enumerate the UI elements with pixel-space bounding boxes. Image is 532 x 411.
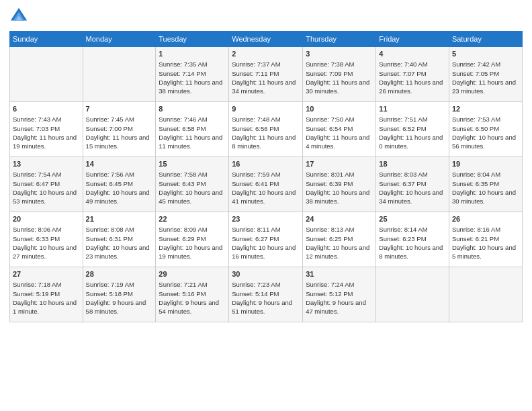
- calendar-cell: 23Sunrise: 8:11 AMSunset: 6:27 PMDayligh…: [229, 212, 303, 267]
- weekday-header: Sunday: [10, 32, 83, 47]
- calendar-cell: 8Sunrise: 7:46 AMSunset: 6:58 PMDaylight…: [156, 102, 229, 157]
- calendar-cell: 31Sunrise: 7:24 AMSunset: 5:12 PMDayligh…: [303, 267, 376, 322]
- calendar-cell: 16Sunrise: 7:59 AMSunset: 6:41 PMDayligh…: [229, 157, 303, 212]
- day-number: 1: [159, 49, 226, 59]
- weekday-header: Saturday: [449, 32, 522, 47]
- weekday-header: Monday: [83, 32, 156, 47]
- day-number: 14: [86, 159, 153, 169]
- day-number: 7: [86, 104, 153, 114]
- day-number: 26: [452, 214, 519, 224]
- weekday-header: Thursday: [303, 32, 376, 47]
- day-number: 12: [452, 104, 519, 114]
- day-number: 4: [379, 49, 446, 59]
- calendar-cell: 5Sunrise: 7:42 AMSunset: 7:05 PMDaylight…: [449, 47, 522, 102]
- calendar-table: SundayMondayTuesdayWednesdayThursdayFrid…: [9, 31, 523, 322]
- day-number: 8: [159, 104, 226, 114]
- day-number: 5: [452, 49, 519, 59]
- day-number: 21: [86, 214, 153, 224]
- calendar-cell: 28Sunrise: 7:19 AMSunset: 5:18 PMDayligh…: [83, 267, 156, 322]
- weekday-header: Tuesday: [156, 32, 229, 47]
- weekday-header: Friday: [376, 32, 449, 47]
- day-number: 29: [159, 269, 226, 279]
- calendar-cell: 4Sunrise: 7:40 AMSunset: 7:07 PMDaylight…: [376, 47, 449, 102]
- day-number: 27: [13, 269, 80, 279]
- day-number: 24: [306, 214, 373, 224]
- day-number: 6: [13, 104, 80, 114]
- calendar-week-row: 20Sunrise: 8:06 AMSunset: 6:33 PMDayligh…: [10, 212, 523, 267]
- calendar-cell: 14Sunrise: 7:56 AMSunset: 6:45 PMDayligh…: [83, 157, 156, 212]
- calendar-cell: [376, 267, 449, 322]
- calendar-cell: 24Sunrise: 8:13 AMSunset: 6:25 PMDayligh…: [303, 212, 376, 267]
- calendar-cell: [10, 47, 83, 102]
- day-number: 13: [13, 159, 80, 169]
- calendar-cell: 20Sunrise: 8:06 AMSunset: 6:33 PMDayligh…: [10, 212, 83, 267]
- calendar-cell: 17Sunrise: 8:01 AMSunset: 6:39 PMDayligh…: [303, 157, 376, 212]
- calendar-week-row: 27Sunrise: 7:18 AMSunset: 5:19 PMDayligh…: [10, 267, 523, 322]
- day-number: 30: [232, 269, 300, 279]
- calendar-cell: 6Sunrise: 7:43 AMSunset: 7:03 PMDaylight…: [10, 102, 83, 157]
- calendar-week-row: 1Sunrise: 7:35 AMSunset: 7:14 PMDaylight…: [10, 47, 523, 102]
- page: SundayMondayTuesdayWednesdayThursdayFrid…: [0, 0, 532, 411]
- day-number: 15: [159, 159, 226, 169]
- calendar-cell: 18Sunrise: 8:03 AMSunset: 6:37 PMDayligh…: [376, 157, 449, 212]
- calendar-cell: 1Sunrise: 7:35 AMSunset: 7:14 PMDaylight…: [156, 47, 229, 102]
- calendar-cell: 15Sunrise: 7:58 AMSunset: 6:43 PMDayligh…: [156, 157, 229, 212]
- day-number: 20: [13, 214, 80, 224]
- calendar-cell: [449, 267, 522, 322]
- day-number: 11: [379, 104, 446, 114]
- weekday-header: Wednesday: [229, 32, 303, 47]
- calendar-cell: 2Sunrise: 7:37 AMSunset: 7:11 PMDaylight…: [229, 47, 303, 102]
- day-number: 9: [232, 104, 300, 114]
- calendar-week-row: 6Sunrise: 7:43 AMSunset: 7:03 PMDaylight…: [10, 102, 523, 157]
- day-number: 23: [232, 214, 300, 224]
- calendar-cell: 7Sunrise: 7:45 AMSunset: 7:00 PMDaylight…: [83, 102, 156, 157]
- calendar-cell: 26Sunrise: 8:16 AMSunset: 6:21 PMDayligh…: [449, 212, 522, 267]
- day-number: 2: [232, 49, 300, 59]
- calendar-cell: 13Sunrise: 7:54 AMSunset: 6:47 PMDayligh…: [10, 157, 83, 212]
- logo: [9, 7, 31, 26]
- calendar-cell: 10Sunrise: 7:50 AMSunset: 6:54 PMDayligh…: [303, 102, 376, 157]
- header: [9, 7, 523, 26]
- day-number: 10: [306, 104, 373, 114]
- day-number: 28: [86, 269, 153, 279]
- day-number: 19: [452, 159, 519, 169]
- calendar-cell: 22Sunrise: 8:09 AMSunset: 6:29 PMDayligh…: [156, 212, 229, 267]
- calendar-cell: 21Sunrise: 8:08 AMSunset: 6:31 PMDayligh…: [83, 212, 156, 267]
- header-row: SundayMondayTuesdayWednesdayThursdayFrid…: [10, 32, 523, 47]
- calendar-cell: 3Sunrise: 7:38 AMSunset: 7:09 PMDaylight…: [303, 47, 376, 102]
- day-number: 3: [306, 49, 373, 59]
- logo-icon: [9, 7, 28, 26]
- day-number: 18: [379, 159, 446, 169]
- day-number: 22: [159, 214, 226, 224]
- day-number: 25: [379, 214, 446, 224]
- calendar-cell: 9Sunrise: 7:48 AMSunset: 6:56 PMDaylight…: [229, 102, 303, 157]
- calendar-cell: 25Sunrise: 8:14 AMSunset: 6:23 PMDayligh…: [376, 212, 449, 267]
- calendar-cell: 19Sunrise: 8:04 AMSunset: 6:35 PMDayligh…: [449, 157, 522, 212]
- calendar-week-row: 13Sunrise: 7:54 AMSunset: 6:47 PMDayligh…: [10, 157, 523, 212]
- calendar-cell: 30Sunrise: 7:23 AMSunset: 5:14 PMDayligh…: [229, 267, 303, 322]
- calendar-cell: [83, 47, 156, 102]
- day-number: 31: [306, 269, 373, 279]
- calendar-cell: 11Sunrise: 7:51 AMSunset: 6:52 PMDayligh…: [376, 102, 449, 157]
- calendar-cell: 29Sunrise: 7:21 AMSunset: 5:16 PMDayligh…: [156, 267, 229, 322]
- calendar-cell: 12Sunrise: 7:53 AMSunset: 6:50 PMDayligh…: [449, 102, 522, 157]
- day-number: 16: [232, 159, 300, 169]
- day-number: 17: [306, 159, 373, 169]
- calendar-cell: 27Sunrise: 7:18 AMSunset: 5:19 PMDayligh…: [10, 267, 83, 322]
